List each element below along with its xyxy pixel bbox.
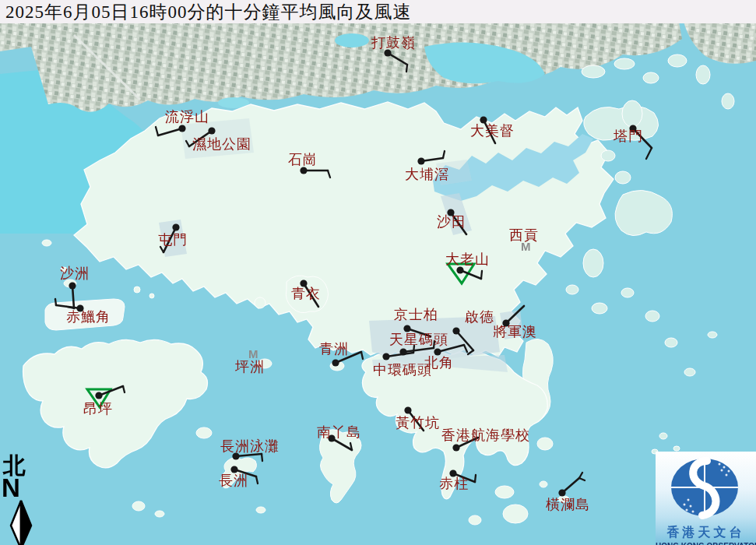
hko-logo: 香港天文台 HONG KONG OBSERVATORY (656, 452, 756, 545)
title-bar: 2025年6月05日16時00分的十分鐘平均風向及風速 (0, 0, 756, 23)
hko-logo-icon (656, 452, 756, 520)
map-title: 2025年6月05日16時00分的十分鐘平均風向及風速 (0, 0, 412, 24)
hko-logo-english: HONG KONG OBSERVATORY (656, 542, 756, 545)
hko-logo-chinese: 香港天文台 (656, 525, 756, 541)
basemap (0, 0, 756, 545)
north-compass: 北 N (2, 455, 40, 545)
compass-north-letter: N (2, 477, 40, 499)
north-arrow-icon (2, 499, 40, 545)
hko-wind-map: 打鼓嶺流浮山濕地公園石崗大美督塔門大埔滘沙田西貢M屯門大老山沙洲赤鱲角青衣坪洲M… (0, 0, 756, 545)
airport-island (45, 299, 125, 330)
